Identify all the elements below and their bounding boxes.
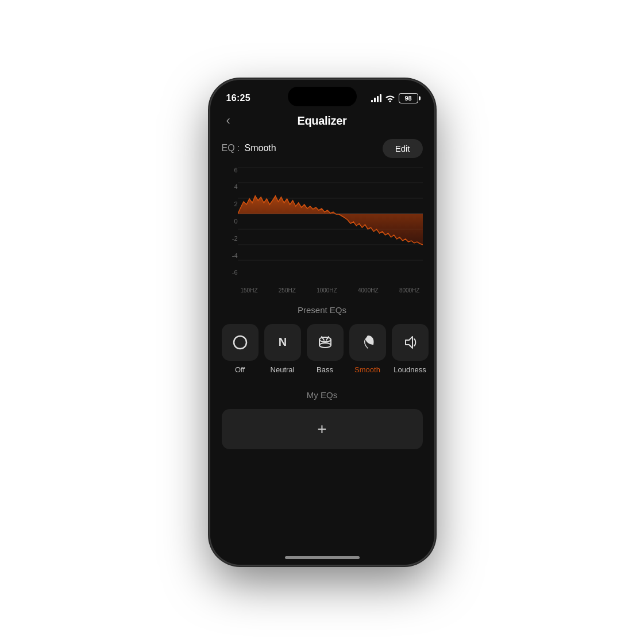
preset-bass-icon-box <box>307 324 344 361</box>
neutral-icon: N <box>273 333 292 352</box>
back-button[interactable]: ‹ <box>222 111 235 130</box>
preset-smooth[interactable]: Smooth <box>349 324 386 374</box>
preset-neutral[interactable]: N Neutral <box>264 324 301 374</box>
off-icon <box>231 333 249 352</box>
status-icons: 98 <box>371 93 418 103</box>
preset-neutral-icon-box: N <box>264 324 301 361</box>
my-eqs-section: My EQs + <box>222 390 423 449</box>
y-axis-labels: 6 4 2 0 -2 -4 -6 <box>222 167 238 276</box>
eq-chart: 6 4 2 0 -2 -4 -6 <box>222 167 423 294</box>
my-eqs-title: My EQs <box>222 390 423 400</box>
svg-point-7 <box>234 336 246 349</box>
edit-button[interactable]: Edit <box>383 139 423 158</box>
preset-bass[interactable]: Bass <box>307 324 344 374</box>
chart-area <box>238 167 423 276</box>
wifi-icon <box>385 94 395 102</box>
eq-label-row: EQ : Smooth Edit <box>222 139 423 158</box>
preset-bass-label: Bass <box>317 365 333 374</box>
preset-eq-grid: Off N Neutral <box>222 324 423 374</box>
smooth-icon <box>358 333 377 352</box>
loudness-icon <box>401 333 419 352</box>
present-eqs-title: Present EQs <box>222 305 423 315</box>
bass-icon <box>316 333 334 352</box>
preset-neutral-label: Neutral <box>271 365 295 374</box>
app-content: ‹ Equalizer EQ : Smooth Edit 6 4 2 0 -2 <box>210 109 434 565</box>
svg-text:N: N <box>278 336 286 348</box>
x-axis-labels: 150HZ 250HZ 1000HZ 4000HZ 8000HZ <box>238 287 423 294</box>
eq-prefix: EQ : <box>222 143 240 153</box>
home-indicator <box>285 556 360 559</box>
preset-loudness-label: Loudness <box>394 365 426 374</box>
status-bar: 16:25 98 <box>210 80 434 109</box>
battery-icon: 98 <box>399 93 418 103</box>
add-eq-button[interactable]: + <box>222 409 423 449</box>
dynamic-island <box>288 87 357 106</box>
preset-smooth-label: Smooth <box>354 365 380 374</box>
preset-off-label: Off <box>235 365 245 374</box>
eq-preset-name: Smooth <box>245 143 276 153</box>
preset-loudness-icon-box <box>392 324 429 361</box>
preset-off-icon-box <box>222 324 259 361</box>
svg-point-9 <box>319 337 331 342</box>
preset-off[interactable]: Off <box>222 324 259 374</box>
app-header: ‹ Equalizer <box>222 109 423 139</box>
signal-icon <box>371 94 381 102</box>
preset-smooth-icon-box <box>349 324 386 361</box>
preset-loudness[interactable]: Loudness <box>392 324 429 374</box>
svg-marker-15 <box>406 337 412 348</box>
page-title: Equalizer <box>297 114 346 128</box>
status-time: 16:25 <box>226 93 250 103</box>
eq-label-left: EQ : Smooth <box>222 143 276 153</box>
svg-point-12 <box>319 343 331 348</box>
